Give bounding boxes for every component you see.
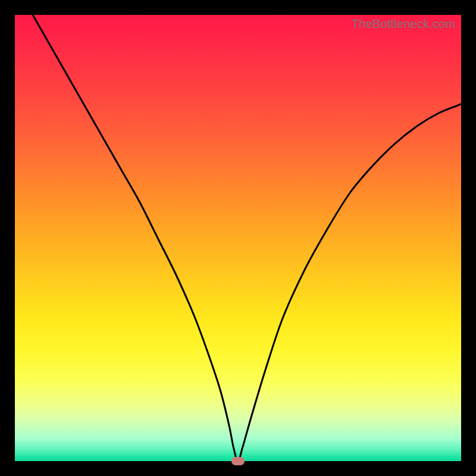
optimum-marker	[231, 457, 245, 465]
curve-svg	[15, 15, 461, 461]
bottleneck-curve	[33, 15, 461, 461]
chart-frame: TheBottleneck.com	[0, 0, 476, 476]
plot-area: TheBottleneck.com	[15, 15, 461, 461]
